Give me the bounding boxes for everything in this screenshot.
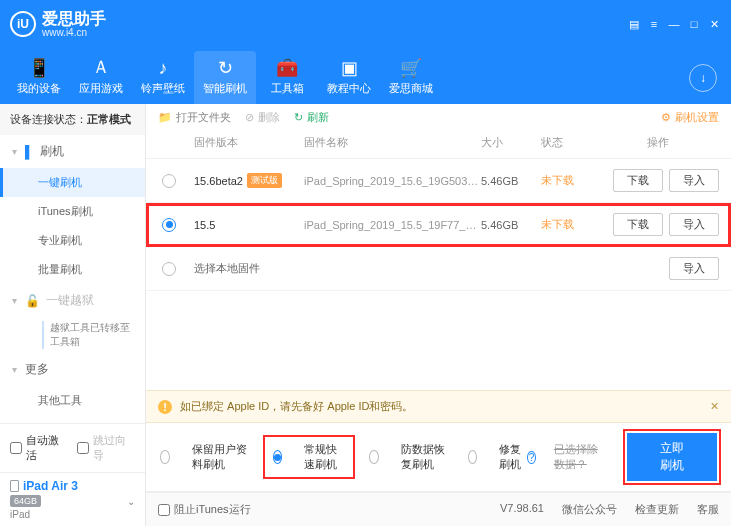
- notice-close-icon[interactable]: ✕: [710, 400, 719, 413]
- wechat-link[interactable]: 微信公众号: [562, 502, 617, 517]
- mode-repair[interactable]: 修复刷机?: [468, 442, 536, 472]
- mode-anti-recovery[interactable]: 防数据恢复刷机: [369, 442, 450, 472]
- auto-activate-checkbox[interactable]: [10, 442, 22, 454]
- import-button[interactable]: 导入: [669, 169, 719, 192]
- nav-ringtone-wallpaper[interactable]: ♪铃声壁纸: [132, 52, 194, 104]
- column-status: 状态: [541, 135, 597, 150]
- apps-icon: Ａ: [92, 55, 110, 79]
- device-expand-icon[interactable]: ⌄: [127, 496, 135, 507]
- side-item-download-firmware[interactable]: 下载固件: [0, 415, 145, 423]
- block-itunes-checkbox[interactable]: [158, 504, 170, 516]
- mode-normal[interactable]: 常规快速刷机: [267, 439, 352, 475]
- block-itunes-label: 阻止iTunes运行: [174, 502, 251, 517]
- side-item-oneclick-flash[interactable]: 一键刷机: [0, 168, 145, 197]
- app-version: V7.98.61: [500, 502, 544, 517]
- refresh-button[interactable]: ↻刷新: [294, 110, 329, 125]
- beta-tag: 测试版: [247, 173, 282, 188]
- flash-now-button[interactable]: 立即刷机: [627, 433, 717, 481]
- mode-radio[interactable]: [273, 450, 283, 464]
- jailbreak-moved-note: 越狱工具已转移至工具箱: [42, 321, 133, 349]
- nav-my-device[interactable]: 📱我的设备: [8, 51, 70, 104]
- check-update-link[interactable]: 检查更新: [635, 502, 679, 517]
- music-icon: ♪: [159, 58, 168, 79]
- firmware-status: 未下载: [541, 173, 597, 188]
- device-name[interactable]: iPad Air 3: [23, 479, 78, 493]
- local-firmware-row[interactable]: 选择本地固件 导入: [146, 247, 731, 291]
- nav-label: 应用游戏: [79, 81, 123, 96]
- tablet-icon: [10, 480, 19, 492]
- device-type: iPad: [10, 509, 135, 520]
- folder-icon: 📁: [158, 111, 172, 124]
- mode-radio[interactable]: [160, 450, 170, 464]
- mode-radio[interactable]: [369, 450, 379, 464]
- side-group-flash[interactable]: ▾▌刷机: [0, 135, 145, 168]
- nav-label: 工具箱: [271, 81, 304, 96]
- gear-icon: ⚙: [661, 111, 671, 124]
- import-button[interactable]: 导入: [669, 213, 719, 236]
- help-icon[interactable]: ?: [527, 451, 536, 464]
- cart-icon: 🛒: [400, 57, 422, 79]
- refresh-icon: ↻: [294, 111, 303, 124]
- import-button[interactable]: 导入: [669, 257, 719, 280]
- download-button[interactable]: 下载: [613, 213, 663, 236]
- column-version: 固件版本: [194, 135, 304, 150]
- download-button[interactable]: 下载: [613, 169, 663, 192]
- app-url: www.i4.cn: [42, 27, 106, 38]
- book-icon: ▣: [341, 57, 358, 79]
- nav-download-icon[interactable]: ↓: [689, 64, 717, 92]
- app-title: 爱思助手: [42, 10, 106, 28]
- mode-keep-data[interactable]: 保留用户资料刷机: [160, 442, 249, 472]
- nav-tutorials[interactable]: ▣教程中心: [318, 51, 380, 104]
- firmware-version: 15.6beta2: [194, 175, 243, 187]
- firmware-status: 未下载: [541, 217, 597, 232]
- nav-label: 爱思商城: [389, 81, 433, 96]
- firmware-size: 5.46GB: [481, 175, 541, 187]
- appleid-notice: 如已绑定 Apple ID，请先备好 Apple ID和密码。: [180, 399, 414, 414]
- nav-smart-flash[interactable]: ↻智能刷机: [194, 51, 256, 104]
- nav-store[interactable]: 🛒爱思商城: [380, 51, 442, 104]
- column-name: 固件名称: [304, 135, 481, 150]
- side-item-other-tools[interactable]: 其他工具: [0, 386, 145, 415]
- window-menu-icon[interactable]: ▤: [627, 17, 641, 31]
- storage-badge: 64GB: [10, 495, 41, 507]
- delete-icon: ⊘: [245, 111, 254, 124]
- nav-toolbox[interactable]: 🧰工具箱: [256, 51, 318, 104]
- column-size: 大小: [481, 135, 541, 150]
- auto-activate-label: 自动激活: [26, 433, 69, 463]
- row-radio[interactable]: [162, 174, 176, 188]
- side-item-pro-flash[interactable]: 专业刷机: [0, 226, 145, 255]
- side-group-jailbreak[interactable]: ▾🔓一键越狱: [0, 284, 145, 317]
- toolbox-icon: 🧰: [276, 57, 298, 79]
- firmware-version: 15.5: [194, 219, 215, 231]
- row-radio[interactable]: [162, 218, 176, 232]
- app-logo-icon: iU: [10, 11, 36, 37]
- side-item-batch-flash[interactable]: 批量刷机: [0, 255, 145, 284]
- window-maximize-icon[interactable]: □: [687, 17, 701, 31]
- nav-apps-games[interactable]: Ａ应用游戏: [70, 49, 132, 104]
- firmware-name: iPad_Spring_2019_15.5_19F77_Restore.ipsw: [304, 219, 481, 231]
- skip-guide-label: 跳过向导: [93, 433, 136, 463]
- refresh-icon: ↻: [218, 57, 233, 79]
- help-link[interactable]: 客服: [697, 502, 719, 517]
- connection-status: 设备连接状态：正常模式: [0, 104, 145, 135]
- flash-settings-button[interactable]: ⚙刷机设置: [661, 110, 719, 125]
- local-firmware-label: 选择本地固件: [194, 261, 597, 276]
- mode-radio[interactable]: [468, 450, 477, 464]
- window-close-icon[interactable]: ✕: [707, 17, 721, 31]
- firmware-size: 5.46GB: [481, 219, 541, 231]
- nav-label: 智能刷机: [203, 81, 247, 96]
- side-group-more[interactable]: ▾更多: [0, 353, 145, 386]
- device-icon: 📱: [28, 57, 50, 79]
- exclude-data-link[interactable]: 已选择除数据？: [554, 442, 609, 472]
- window-lines-icon[interactable]: ≡: [647, 17, 661, 31]
- nav-label: 教程中心: [327, 81, 371, 96]
- window-minimize-icon[interactable]: —: [667, 17, 681, 31]
- nav-label: 铃声壁纸: [141, 81, 185, 96]
- open-folder-button[interactable]: 📁打开文件夹: [158, 110, 231, 125]
- skip-guide-checkbox[interactable]: [77, 442, 89, 454]
- firmware-row[interactable]: 15.6beta2测试版 iPad_Spring_2019_15.6_19G50…: [146, 159, 731, 203]
- firmware-row[interactable]: 15.5 iPad_Spring_2019_15.5_19F77_Restore…: [146, 203, 731, 247]
- delete-button[interactable]: ⊘删除: [245, 110, 280, 125]
- side-item-itunes-flash[interactable]: iTunes刷机: [0, 197, 145, 226]
- row-radio[interactable]: [162, 262, 176, 276]
